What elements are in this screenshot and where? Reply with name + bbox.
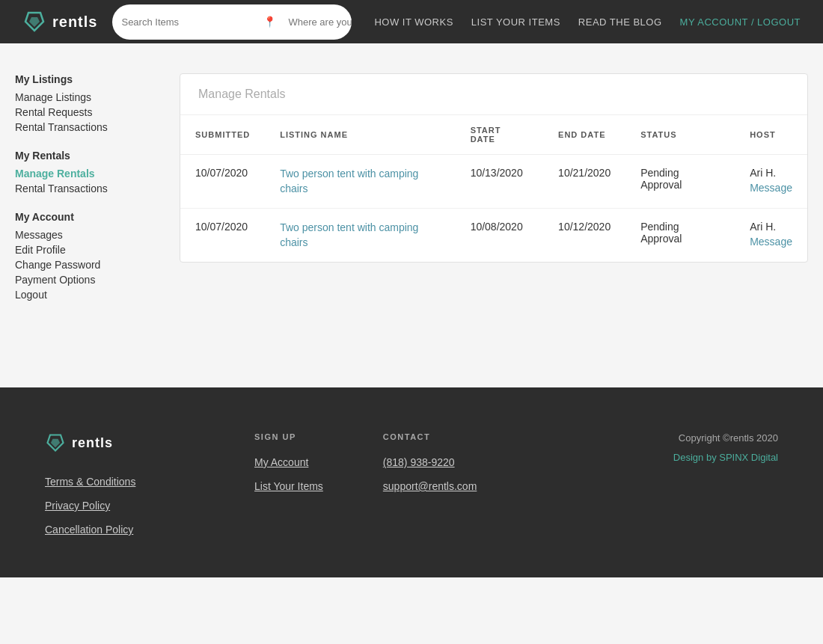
footer-cancellation-link[interactable]: Cancellation Policy [45, 524, 195, 536]
table-body: 10/07/2020 Two person tent with camping … [180, 155, 807, 263]
footer-my-account-link[interactable]: My Account [254, 456, 323, 468]
footer: rentls Terms & Conditions Privacy Policy… [0, 387, 823, 577]
cell-end-1: 10/21/2020 [543, 155, 625, 209]
sidebar-item-manage-listings[interactable]: Manage Listings [15, 90, 150, 105]
footer-signup-title: SIGN UP [254, 432, 323, 441]
sidebar-title-my-listings: My Listings [15, 73, 150, 85]
listing-link-1[interactable]: Two person tent with camping chairs [280, 167, 440, 196]
footer-email-link[interactable]: support@rentls.com [383, 480, 477, 492]
footer-privacy-link[interactable]: Privacy Policy [45, 500, 195, 512]
cell-status-2: Pending Approval [625, 209, 735, 263]
message-link-2[interactable]: Message [750, 236, 792, 248]
footer-contact-col: CONTACT (818) 938-9220 support@rentls.co… [383, 432, 477, 504]
header: rentls 📍 HOW IT WORKS LIST YOUR ITEMS RE… [0, 0, 823, 43]
sidebar-title-my-rentals: My Rentals [15, 150, 150, 162]
sidebar-section-listings: My Listings Manage Listings Rental Reque… [15, 73, 150, 135]
footer-phone-link[interactable]: (818) 938-9220 [383, 456, 477, 468]
cell-listing-2: Two person tent with camping chairs [265, 209, 455, 263]
sidebar-item-rental-requests[interactable]: Rental Requests [15, 105, 150, 120]
logo-icon [22, 10, 46, 34]
sidebar: My Listings Manage Listings Rental Reque… [15, 73, 150, 358]
cell-end-2: 10/12/2020 [543, 209, 625, 263]
cell-listing-1: Two person tent with camping chairs [265, 155, 455, 209]
svg-marker-5 [51, 439, 60, 447]
manage-rentals-card: Manage Rentals SUBMITTED LISTING NAME ST… [180, 73, 808, 263]
cell-start-1: 10/13/2020 [456, 155, 543, 209]
sidebar-item-rental-transactions-listings[interactable]: Rental Transactions [15, 120, 150, 135]
host-name-2: Ari H. [750, 221, 776, 233]
location-pin-icon: 📍 [263, 16, 276, 28]
sidebar-item-payment-options[interactable]: Payment Options [15, 272, 150, 287]
nav-my-account[interactable]: MY ACCOUNT / LOGOUT [680, 16, 801, 28]
col-submitted: SUBMITTED [180, 115, 265, 155]
sidebar-item-messages[interactable]: Messages [15, 227, 150, 242]
table-row: 10/07/2020 Two person tent with camping … [180, 209, 807, 263]
footer-list-items-link[interactable]: List Your Items [254, 480, 323, 492]
footer-signup-col: SIGN UP My Account List Your Items [254, 432, 323, 504]
cell-start-2: 10/08/2020 [456, 209, 543, 263]
cell-submitted-1: 10/07/2020 [180, 155, 265, 209]
footer-contact-title: CONTACT [383, 432, 477, 441]
spinx-link[interactable]: Design by SPINX Digital [673, 452, 778, 463]
nav-list-items[interactable]: LIST YOUR ITEMS [471, 16, 560, 28]
location-input[interactable] [279, 10, 352, 34]
logo-text: rentls [52, 13, 97, 31]
nav-how-it-works[interactable]: HOW IT WORKS [374, 16, 453, 28]
logo[interactable]: rentls [22, 10, 97, 34]
footer-copyright-col: Copyright ©rentls 2020 Design by SPINX D… [673, 432, 778, 463]
sidebar-section-account: My Account Messages Edit Profile Change … [15, 211, 150, 302]
col-start-date: START DATE [456, 115, 543, 155]
sidebar-item-logout[interactable]: Logout [15, 287, 150, 302]
location-wrapper: 📍 [256, 4, 352, 40]
sidebar-item-change-password[interactable]: Change Password [15, 257, 150, 272]
sidebar-item-manage-rentals[interactable]: Manage Rentals [15, 166, 150, 181]
svg-marker-1 [29, 17, 40, 27]
search-bar: 📍 [112, 4, 352, 40]
col-listing-name: LISTING NAME [265, 115, 455, 155]
col-status: STATUS [625, 115, 735, 155]
main-layout: My Listings Manage Listings Rental Reque… [0, 43, 823, 387]
sidebar-item-edit-profile[interactable]: Edit Profile [15, 242, 150, 257]
sidebar-section-rentals: My Rentals Manage Rentals Rental Transac… [15, 150, 150, 196]
main-content: Manage Rentals SUBMITTED LISTING NAME ST… [180, 73, 808, 358]
cell-host-2: Ari H. Message [735, 209, 807, 263]
host-name-1: Ari H. [750, 167, 776, 179]
table-header: SUBMITTED LISTING NAME START DATE END DA… [180, 115, 807, 155]
nav-read-blog[interactable]: READ THE BLOG [578, 16, 662, 28]
message-link-1[interactable]: Message [750, 182, 792, 194]
copyright-text: Copyright ©rentls 2020 [673, 432, 778, 444]
rentals-table: SUBMITTED LISTING NAME START DATE END DA… [180, 115, 807, 262]
footer-terms-link[interactable]: Terms & Conditions [45, 476, 195, 488]
main-nav: HOW IT WORKS LIST YOUR ITEMS READ THE BL… [374, 16, 801, 28]
cell-status-1: Pending Approval [625, 155, 735, 209]
col-host: HOST [735, 115, 807, 155]
footer-logo: rentls [45, 432, 195, 453]
footer-logo-icon [45, 432, 66, 453]
col-end-date: END DATE [543, 115, 625, 155]
table-row: 10/07/2020 Two person tent with camping … [180, 155, 807, 209]
sidebar-title-my-account: My Account [15, 211, 150, 223]
cell-submitted-2: 10/07/2020 [180, 209, 265, 263]
listing-link-2[interactable]: Two person tent with camping chairs [280, 221, 440, 250]
footer-logo-text: rentls [72, 435, 113, 451]
card-title: Manage Rentals [180, 74, 807, 115]
footer-left: rentls Terms & Conditions Privacy Policy… [45, 432, 195, 548]
search-input[interactable] [112, 10, 256, 34]
cell-host-1: Ari H. Message [735, 155, 807, 209]
sidebar-item-rental-transactions-rentals[interactable]: Rental Transactions [15, 181, 150, 196]
